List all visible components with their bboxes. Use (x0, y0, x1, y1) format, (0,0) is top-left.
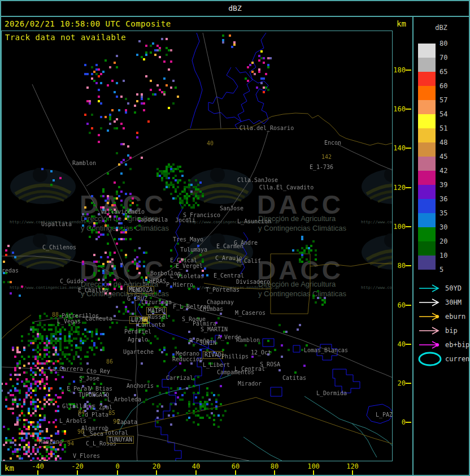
place-label: T_Porteñas (206, 287, 240, 293)
road-number-label: 86 (106, 358, 113, 365)
place-label: S_ROSA (260, 362, 280, 367)
legend-row: eb+bip (418, 337, 443, 351)
x-tick-label: -40 (32, 462, 44, 470)
legend-label: bip (445, 327, 458, 335)
place-label: Tulumaya (180, 247, 207, 253)
scale-color-block (418, 86, 436, 100)
x-tick-mark (117, 470, 118, 475)
place-label: V_Flores (73, 453, 100, 459)
place-label: Divisadero (236, 279, 270, 285)
y-axis-unit-label: km (397, 19, 406, 28)
city-label: RIVAD (203, 351, 223, 359)
place-label: L_Arbols (59, 418, 86, 424)
scale-value-label: 39 (439, 181, 447, 189)
place-label: Lunlunta (138, 322, 165, 328)
x-tick-label: 100 (307, 462, 320, 470)
place-label: Phillips (221, 354, 249, 360)
y-tick-mark (406, 109, 411, 110)
scale-value-label: 60 (439, 82, 447, 90)
scale-color-block (418, 128, 436, 142)
place-label: E_1-736 (310, 165, 333, 170)
y-tick-mark (406, 383, 411, 384)
scale-color-block (418, 199, 436, 213)
x-tick-mark (235, 470, 236, 475)
place-label: Clla.del_Rosario (240, 126, 294, 131)
scale-color-block (418, 58, 436, 72)
scale-value-label: 45 (439, 153, 447, 161)
road-number-label: 96 (113, 418, 120, 425)
road-number-label: 90 (77, 429, 84, 435)
place-label: Ramblon (72, 161, 96, 166)
scale-value-label: 51 (439, 124, 447, 132)
y-tick-mark (406, 305, 411, 306)
road-number-label: 94 (67, 440, 74, 447)
place-label: Totoral (105, 430, 128, 436)
place-label: Ugarteche (123, 349, 154, 355)
scale-color-block (418, 241, 436, 256)
scale-value-label: 42 (439, 167, 447, 175)
y-tick-label: 120 (393, 184, 406, 192)
place-label: M_Caseros (235, 310, 266, 316)
place-label: Tres_Mayo (173, 237, 203, 243)
place-label: L_Arboleda (107, 397, 141, 403)
place-label: S_MARTIN (201, 327, 228, 332)
scale-color-block (418, 100, 436, 114)
y-tick-label: 60 (398, 301, 406, 309)
place-label: Perdriel (124, 329, 151, 335)
place-label: Encon (324, 140, 341, 146)
legend-label: eburn (445, 313, 465, 321)
track-arrow-icon (418, 337, 443, 352)
place-label: Anchoris (127, 383, 154, 389)
scale-value-label: 80 (439, 40, 447, 47)
scale-color-block (418, 213, 436, 227)
place-label: Gltallary (62, 404, 93, 409)
place-label: Mirador (238, 381, 262, 387)
y-tick-mark (406, 70, 411, 71)
scale-value-label: 48 (439, 139, 447, 146)
y-tick-mark (406, 148, 411, 149)
place-label: Zapata (117, 419, 137, 425)
scale-value-label: 36 (439, 195, 447, 203)
place-label: Catitas (282, 375, 306, 381)
place-label: Russel (148, 314, 168, 320)
place-label: Villavicencio (101, 209, 145, 215)
legend-label: eb+bip (445, 341, 469, 349)
station-marker: M (142, 317, 147, 324)
place-label: E_Carmen (216, 244, 243, 249)
scale-value-label: 57 (439, 96, 447, 104)
scale-value-label: 5 (439, 266, 443, 274)
current-cell-ellipse-icon (418, 352, 443, 366)
scale-color-block (418, 142, 436, 157)
scale-title: dBZ (414, 24, 469, 32)
place-label: C_Chilenos (42, 245, 76, 250)
legend-row: 30HM (418, 295, 443, 309)
place-label: 12_Oct (251, 350, 271, 356)
place-label: L_Vegas (57, 319, 81, 324)
place-label: S_Jose (79, 376, 99, 382)
x-tick-mark (156, 470, 157, 475)
place-label: Lomas_Blancas (304, 348, 348, 353)
x-axis-unit-label: km (5, 464, 14, 473)
scale-color-block (418, 171, 436, 185)
y-tick-mark (406, 187, 411, 188)
place-label: Chimbas (199, 306, 223, 312)
y-tick-label: 0 (402, 418, 406, 426)
legend-label: 50YD (445, 284, 462, 292)
place-label: Clla.El_Cavadito (259, 185, 314, 191)
radar-map[interactable]: DACCDirección de Agriculturay Contingenc… (1, 31, 393, 461)
place-label: E_Peral (67, 386, 90, 392)
place-label: Campamentos (217, 370, 254, 375)
scale-value-label: 35 (439, 209, 447, 217)
place-label: Chapanay (207, 300, 234, 305)
x-tick-mark (313, 470, 314, 475)
place-label: Jocoli (175, 218, 195, 223)
place-label: Cto_Rey (86, 369, 110, 374)
legend-label: current (445, 355, 470, 363)
y-tick-label: 140 (393, 144, 406, 152)
place-label: L_Violetas (170, 274, 204, 279)
x-tick-mark (77, 470, 78, 475)
x-tick-label: -20 (71, 462, 84, 470)
scale-value-label: 20 (439, 237, 447, 245)
x-axis: km -40-20020406080100120 (1, 461, 393, 476)
x-tick-mark (195, 470, 197, 475)
